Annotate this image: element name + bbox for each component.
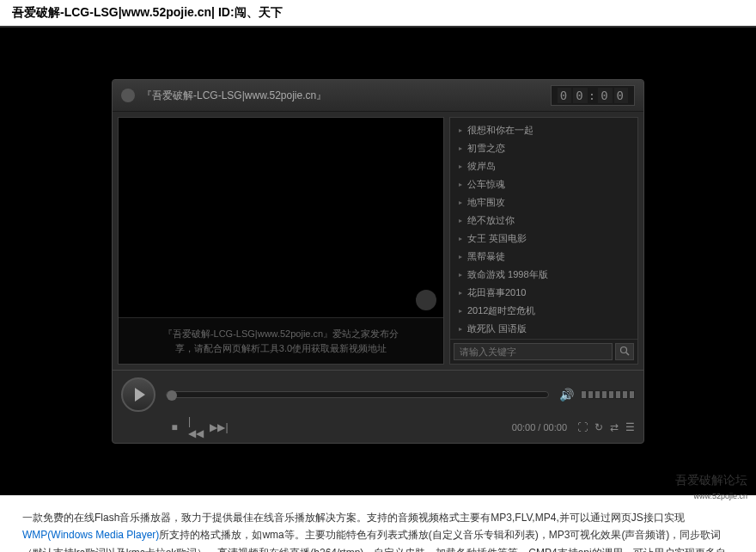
player-window: 『吾爱破解-LCG-LSG|www.52pojie.cn』 00:00 『吾爱破… xyxy=(112,79,644,444)
clock-display: 00:00 xyxy=(551,85,635,106)
video-canvas[interactable] xyxy=(119,118,443,317)
playlist-item[interactable]: ▸彼岸岛 xyxy=(450,157,637,175)
bullet-icon: ▸ xyxy=(459,289,462,297)
window-title: 『吾爱破解-LCG-LSG|www.52pojie.cn』 xyxy=(142,89,551,103)
bullet-icon: ▸ xyxy=(459,181,462,188)
play-button[interactable] xyxy=(121,377,155,412)
video-logo-icon xyxy=(416,290,436,310)
playlist-item[interactable]: ▸致命游戏 1998年版 xyxy=(450,266,637,284)
repeat-button[interactable]: ↻ xyxy=(594,421,603,433)
watermark-url: www.52pojie.cn xyxy=(693,492,747,500)
playlist-item-label: 绝不放过你 xyxy=(467,214,515,227)
playlist-item-label: 2012超时空危机 xyxy=(467,304,535,317)
play-icon xyxy=(135,388,145,402)
volume-level[interactable] xyxy=(581,390,635,399)
playlist-item[interactable]: ▸初雪之恋 xyxy=(450,139,637,157)
playlist-item[interactable]: ▸2012超时空危机 xyxy=(450,302,637,320)
stop-button[interactable]: ■ xyxy=(166,419,183,436)
bullet-icon: ▸ xyxy=(459,271,462,279)
description-text: 一款免费的在线Flash音乐播放器，致力于提供最佳在线音乐播放解决方案。支持的音… xyxy=(0,495,756,552)
player-body: 『吾爱破解-LCG-LSG|www.52pojie.cn』爱站之家发布分 享，请… xyxy=(113,112,643,370)
playlist-item[interactable]: ▸女王 英国电影 xyxy=(450,230,637,248)
prev-button[interactable]: |◀◀ xyxy=(188,419,205,436)
time-display: 00:00 / 00:00 xyxy=(512,422,567,432)
app-icon xyxy=(121,89,135,102)
svg-line-1 xyxy=(626,353,629,355)
playlist-item-label: 花田喜事2010 xyxy=(467,286,526,299)
playlist-panel: ▸很想和你在一起▸初雪之恋▸彼岸岛▸公车惊魂▸地牢围攻▸绝不放过你▸女王 英国电… xyxy=(449,117,638,365)
playlist-item-label: 黑帮暴徒 xyxy=(467,250,505,263)
bullet-icon: ▸ xyxy=(459,217,462,224)
playlist-item-label: 很想和你在一起 xyxy=(467,124,533,137)
page-header: 吾爱破解-LCG-LSG|www.52pojie.cn| ID:闯、天下 xyxy=(0,0,756,28)
bullet-icon: ▸ xyxy=(459,144,462,152)
playlist-item-label: 女王 英国电影 xyxy=(467,232,527,245)
playlist-item-label: 敢死队 国语版 xyxy=(467,322,527,335)
video-info-text: 『吾爱破解-LCG-LSG|www.52pojie.cn』爱站之家发布分 享，请… xyxy=(119,317,443,364)
playlist-item-label: 地牢围攻 xyxy=(467,196,505,209)
search-input[interactable] xyxy=(454,343,613,360)
svg-point-0 xyxy=(621,347,627,353)
bullet-icon: ▸ xyxy=(459,307,462,315)
bullet-icon: ▸ xyxy=(459,163,462,170)
playlist-item[interactable]: ▸公车惊魂 xyxy=(450,175,637,193)
fullscreen-button[interactable]: ⛶ xyxy=(577,421,588,433)
shuffle-button[interactable]: ⇄ xyxy=(610,421,619,433)
search-icon xyxy=(619,346,630,356)
playlist-item-label: 致命游戏 1998年版 xyxy=(467,268,548,281)
wmp-link[interactable]: WMP(Windows Media Player) xyxy=(22,529,159,541)
playlist-item-label: 初雪之恋 xyxy=(467,142,505,155)
bullet-icon: ▸ xyxy=(459,126,462,134)
playlist-item-label: 公车惊魂 xyxy=(467,178,505,191)
progress-knob[interactable] xyxy=(167,390,177,401)
playlist-item[interactable]: ▸地牢围攻 xyxy=(450,193,637,212)
playlist-item[interactable]: ▸花田喜事2010 xyxy=(450,284,637,302)
playlist-item-label: 彼岸岛 xyxy=(467,160,496,173)
playlist-item[interactable]: ▸黑帮暴徒 xyxy=(450,248,637,266)
menu-button[interactable]: ☰ xyxy=(625,421,635,433)
title-bar: 『吾爱破解-LCG-LSG|www.52pojie.cn』 00:00 xyxy=(113,80,643,112)
bullet-icon: ▸ xyxy=(459,199,462,206)
playlist-item[interactable]: ▸很想和你在一起 xyxy=(450,121,637,139)
playlist-items[interactable]: ▸很想和你在一起▸初雪之恋▸彼岸岛▸公车惊魂▸地牢围攻▸绝不放过你▸女王 英国电… xyxy=(450,118,637,339)
bullet-icon: ▸ xyxy=(459,235,462,242)
watermark-text: 吾爱破解论坛 xyxy=(675,473,747,488)
bullet-icon: ▸ xyxy=(459,253,462,261)
video-area: 『吾爱破解-LCG-LSG|www.52pojie.cn』爱站之家发布分 享，请… xyxy=(118,117,444,365)
bullet-icon: ▸ xyxy=(459,325,462,333)
progress-bar[interactable] xyxy=(166,391,549,398)
controls-bar: 🔊 ■ |◀◀ ▶▶| 00:00 / 00:00 ⛶ ↻ ⇄ ☰ xyxy=(113,370,643,443)
playlist-item[interactable]: ▸敢死队 国语版 xyxy=(450,320,637,338)
player-container: 『吾爱破解-LCG-LSG|www.52pojie.cn』 00:00 『吾爱破… xyxy=(0,28,756,495)
playlist-search-bar xyxy=(450,339,637,364)
next-button[interactable]: ▶▶| xyxy=(210,419,228,436)
playlist-item[interactable]: ▸绝不放过你 xyxy=(450,212,637,230)
search-button[interactable] xyxy=(615,343,634,360)
volume-icon[interactable]: 🔊 xyxy=(559,388,574,402)
